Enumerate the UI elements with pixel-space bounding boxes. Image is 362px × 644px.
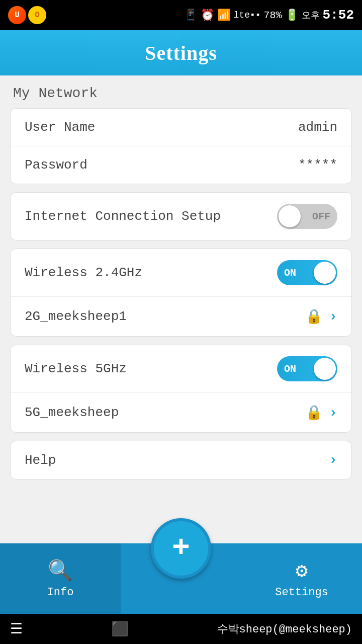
nav-item-info[interactable]: 🔍 Info (0, 543, 121, 614)
time-display: 5:52 (323, 8, 354, 23)
chevron-icon-help: › (329, 452, 337, 468)
add-icon: + (172, 533, 190, 564)
username-row[interactable]: User Name admin (11, 109, 351, 146)
help-label: Help (25, 453, 56, 468)
nav-fab-container: + (146, 533, 216, 614)
wireless5-card: Wireless 5GHz ON 5G_meeksheep 🔒 › (10, 345, 352, 433)
app-icon-u: U (8, 6, 26, 24)
chevron-icon-24: › (329, 309, 337, 325)
network24-name: 2G_meeksheep1 (25, 309, 127, 324)
wireless5-toggle[interactable]: ON (277, 356, 337, 381)
settings-label: Settings (275, 586, 328, 599)
app-icon-o: O (28, 6, 46, 24)
add-button[interactable]: + (151, 518, 211, 579)
status-bar-left: U O (8, 6, 46, 24)
password-label: Password (25, 157, 87, 173)
internet-setup-card: Internet Connection Setup OFF (10, 192, 352, 240)
wireless5-toggle-label: ON (284, 363, 296, 375)
internet-setup-knob (279, 205, 301, 227)
signal-icon: lte▪▪ (234, 10, 261, 20)
internet-setup-toggle-label: OFF (312, 211, 330, 222)
nav-item-settings[interactable]: ⚙ Settings (241, 543, 362, 614)
wireless5-label: Wireless 5GHz (25, 361, 127, 376)
internet-setup-toggle[interactable]: OFF (277, 204, 337, 229)
wireless24-knob (314, 262, 336, 284)
page-title: Settings (145, 41, 217, 65)
system-bar: ☰ ⬛ 수박sheep(@meeksheep) (0, 614, 362, 644)
username-value: admin (298, 120, 337, 135)
username-label: User Name (25, 120, 95, 135)
alarm-icon: ⏰ (201, 9, 214, 22)
internet-setup-label: Internet Connection Setup (25, 209, 221, 224)
network5-name: 5G_meeksheep (25, 405, 119, 420)
wireless5-row[interactable]: Wireless 5GHz ON (11, 345, 351, 393)
battery-percent: 78% (264, 10, 282, 21)
blog-text: 수박sheep(@meeksheep) (217, 621, 352, 636)
network5-row[interactable]: 5G_meeksheep 🔒 › (11, 393, 351, 432)
settings-icon: ⚙ (296, 558, 308, 583)
content-area: My Network User Name admin Password ****… (0, 75, 362, 543)
battery-icon: 🔋 (285, 9, 299, 22)
status-bar-right: 📱 ⏰ 📶 lte▪▪ 78% 🔋 오후 5:52 (184, 8, 354, 23)
chevron-icon-5: › (329, 405, 337, 421)
wireless24-toggle[interactable]: ON (277, 260, 337, 285)
lock-icon-5: 🔒 (305, 404, 323, 421)
network24-row[interactable]: 2G_meeksheep1 🔒 › (11, 297, 351, 336)
network5-icons: 🔒 › (305, 404, 337, 421)
network24-icons: 🔒 › (305, 308, 337, 325)
info-icon: 🔍 (48, 558, 73, 583)
home-icon[interactable]: ⬛ (111, 620, 129, 637)
lock-icon-24: 🔒 (305, 308, 323, 325)
my-network-label: My Network (10, 86, 352, 101)
help-row[interactable]: Help › (10, 441, 352, 479)
app-header: Settings (0, 30, 362, 75)
password-row[interactable]: Password ***** (11, 146, 351, 184)
status-bar: U O 📱 ⏰ 📶 lte▪▪ 78% 🔋 오후 5:52 (0, 0, 362, 30)
wireless24-toggle-label: ON (284, 267, 296, 279)
credentials-card: User Name admin Password ***** (10, 108, 352, 184)
phone-icon: 📱 (184, 9, 198, 22)
wifi-icon: 📶 (217, 9, 231, 22)
wireless5-knob (314, 358, 336, 380)
info-label: Info (47, 586, 74, 599)
password-value: ***** (298, 157, 337, 173)
wireless24-label: Wireless 2.4GHz (25, 265, 142, 280)
wireless24-card: Wireless 2.4GHz ON 2G_meeksheep1 🔒 › (10, 249, 352, 337)
back-icon[interactable]: ☰ (10, 620, 23, 637)
wireless24-row[interactable]: Wireless 2.4GHz ON (11, 249, 351, 297)
internet-setup-row[interactable]: Internet Connection Setup OFF (11, 193, 351, 240)
ampm-label: 오후 (302, 9, 320, 21)
